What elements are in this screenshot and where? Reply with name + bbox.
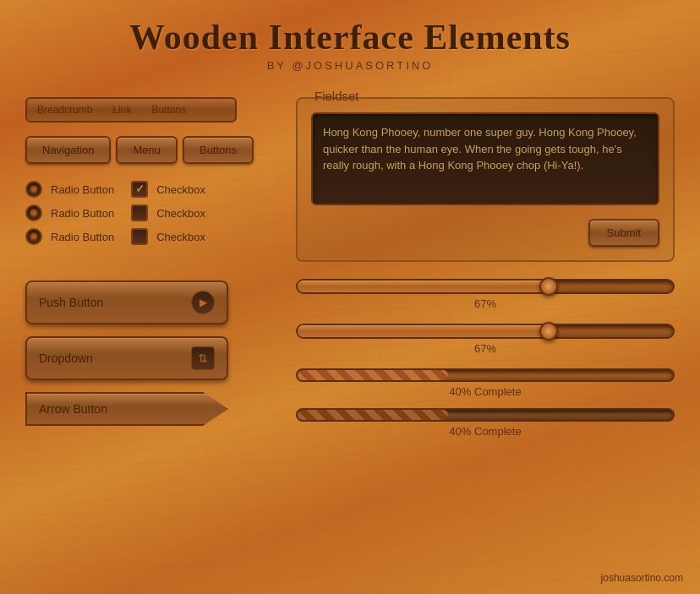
dropdown-arrow-icon: ⇅	[191, 346, 215, 370]
arrow-button[interactable]: Arrow Button	[25, 392, 228, 426]
checkbox-item-1[interactable]: Checkbox	[131, 181, 205, 198]
checkbox-3[interactable]	[131, 228, 148, 245]
slider-2-label: 67%	[296, 342, 675, 355]
slider-2-thumb[interactable]	[539, 322, 558, 341]
slider-2-fill	[298, 325, 549, 337]
fieldset-legend: Fieldset	[309, 89, 364, 103]
breadcrumb-item-2[interactable]: Link	[106, 101, 138, 119]
fieldset: Fieldset Submit	[296, 97, 675, 262]
radio-inner-1	[30, 186, 37, 193]
radio-button-1[interactable]	[25, 181, 42, 198]
dropdown-button[interactable]: Dropdown ⇅	[25, 336, 228, 380]
controls-row: Radio Button Radio Button Radio Button	[25, 181, 271, 265]
radio-label-2: Radio Button	[51, 207, 114, 220]
radio-group: Radio Button Radio Button Radio Button	[25, 181, 114, 252]
breadcrumb-separator-2: ›	[139, 104, 143, 117]
progress-1-fill	[298, 370, 448, 380]
progress-2-fill	[298, 410, 448, 420]
radio-item-1[interactable]: Radio Button	[25, 181, 114, 198]
progress-1-label: 40% Complete	[296, 385, 675, 398]
play-icon: ▶	[191, 291, 215, 314]
nav-row: Navigation Menu Buttons	[25, 136, 271, 164]
submit-row: Submit	[311, 219, 659, 247]
push-button-container: Push Button ▶	[25, 281, 271, 324]
checkbox-item-2[interactable]: Checkbox	[131, 204, 205, 221]
checkbox-label-3: Checkbox	[156, 231, 205, 243]
left-column: Breadcrumb › Link › Buttons Navigation M…	[25, 97, 271, 438]
progress-2-container: 40% Complete	[296, 408, 675, 438]
arrow-button-container: Arrow Button	[25, 392, 271, 426]
nav-button-navigation[interactable]: Navigation	[25, 136, 111, 164]
push-button[interactable]: Push Button ▶	[25, 281, 228, 324]
slider-2-container: 67%	[296, 324, 675, 355]
checkbox-1[interactable]	[131, 181, 148, 198]
nav-button-menu[interactable]: Menu	[116, 136, 178, 164]
title-section: Wooden Interface Elements BY @JOSHUASORT…	[25, 17, 675, 72]
progress-2-label: 40% Complete	[296, 425, 675, 438]
breadcrumb-separator-1: ›	[101, 104, 104, 117]
dropdown-label: Dropdown	[39, 351, 93, 365]
dropdown-container: Dropdown ⇅	[25, 336, 271, 380]
breadcrumb-bar[interactable]: Breadcrumb › Link › Buttons	[25, 97, 237, 123]
checkbox-item-3[interactable]: Checkbox	[131, 228, 205, 245]
footer: joshuasortino.com	[601, 572, 683, 584]
checkbox-2[interactable]	[131, 204, 148, 221]
breadcrumb-item-1[interactable]: Breadcrumb	[30, 101, 99, 119]
radio-button-2[interactable]	[25, 204, 42, 221]
slider-1-container: 67%	[296, 279, 675, 310]
textarea[interactable]	[311, 112, 659, 205]
radio-label-1: Radio Button	[51, 183, 114, 196]
progress-1-track	[296, 368, 675, 382]
subtitle: BY @JOSHUASORTINO	[25, 59, 675, 72]
progress-1-container: 40% Complete	[296, 368, 675, 398]
submit-button[interactable]: Submit	[588, 219, 659, 247]
radio-inner-2	[30, 210, 37, 216]
main-title: Wooden Interface Elements	[25, 17, 675, 57]
radio-item-3[interactable]: Radio Button	[25, 228, 114, 245]
progress-2-track	[296, 408, 675, 422]
radio-inner-3	[30, 233, 37, 240]
slider-2-track	[296, 324, 675, 339]
checkbox-label-1: Checkbox	[156, 183, 205, 196]
radio-label-3: Radio Button	[51, 231, 114, 243]
nav-button-buttons[interactable]: Buttons	[183, 136, 254, 164]
slider-1-thumb[interactable]	[539, 277, 558, 296]
radio-item-2[interactable]: Radio Button	[25, 204, 114, 221]
radio-button-3[interactable]	[25, 228, 42, 245]
slider-1-label: 67%	[296, 297, 675, 310]
slider-1-fill	[298, 281, 549, 292]
breadcrumb-item-3[interactable]: Buttons	[145, 101, 193, 119]
slider-1-track	[296, 279, 675, 294]
push-button-label: Push Button	[39, 296, 103, 309]
arrow-button-label: Arrow Button	[39, 402, 107, 416]
main-layout: Breadcrumb › Link › Buttons Navigation M…	[25, 97, 675, 448]
checkbox-group: Checkbox Checkbox Checkbox	[131, 181, 205, 252]
right-column: Fieldset Submit 67% 67%	[296, 97, 675, 448]
checkbox-label-2: Checkbox	[156, 207, 205, 220]
footer-text: joshuasortino.com	[601, 572, 683, 584]
